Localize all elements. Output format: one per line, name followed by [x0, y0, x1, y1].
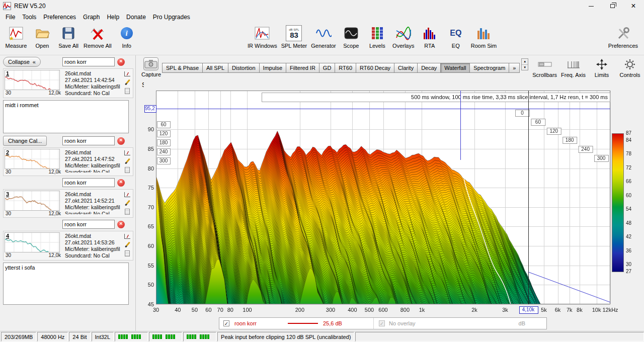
overlays-button[interactable]: Overlays [390, 24, 417, 49]
measurement-soundcard: Soundcard: No Cal [65, 252, 122, 259]
spin-down-icon[interactable] [522, 65, 528, 70]
restore-button[interactable] [602, 0, 623, 12]
format-status: Int32L [92, 332, 114, 341]
measurement-4-notes[interactable]: ytterst i sofa [3, 263, 129, 305]
tab-clarity[interactable]: Clarity [394, 63, 418, 73]
measurement-3-row[interactable]: 3 3012,0k 26okt.mdat 27.okt.2021 14:52:2… [3, 189, 133, 218]
notes-icon[interactable] [125, 250, 130, 256]
tab-decay[interactable]: Decay [418, 63, 441, 73]
measurement-4-thumbnail[interactable] [5, 232, 60, 252]
menu-pro-upgrades[interactable]: Pro Upgrades [149, 13, 194, 22]
info-button[interactable]: i Info [114, 24, 140, 49]
trace-settings-icon[interactable] [124, 192, 130, 197]
measurement-number: 4 [6, 233, 9, 239]
eq-button[interactable]: EQ EQ [443, 24, 469, 49]
rta-button[interactable]: RTA [417, 24, 443, 49]
menu-help[interactable]: Help [103, 13, 123, 22]
measurement-4-name-input[interactable] [62, 220, 115, 229]
window-title: REW V5.20 [14, 3, 46, 10]
trace-name[interactable]: roon korr [234, 320, 283, 326]
scrollbars-button[interactable]: Scrollbars [532, 57, 557, 78]
collapse-button[interactable]: Collapse« [3, 57, 41, 67]
measurement-2-row[interactable]: 2 3012,0k 26okt.mdat 27.okt.2021 14:47:5… [3, 147, 133, 176]
measurement-4-row[interactable]: 4 3012,0k 26okt.mdat 27.okt.2021 14:53:2… [3, 231, 133, 261]
tab-filtered-ir[interactable]: Filtered IR [286, 63, 319, 73]
measurement-1-remove-button[interactable] [117, 58, 125, 66]
close-button[interactable] [623, 0, 644, 12]
overlays-icon [395, 24, 412, 43]
spl-meter-button[interactable]: dB SPL 83 SPL Meter [279, 24, 309, 49]
tab-gd[interactable]: GD [319, 63, 336, 73]
measure-button[interactable]: Measure [3, 24, 29, 49]
measurement-1-notes[interactable]: midt i rommet [3, 100, 129, 133]
tab-rt60-decay[interactable]: RT60 Decay [356, 63, 394, 73]
scrollbars-icon [538, 57, 552, 72]
tab-impulse[interactable]: Impulse [260, 63, 287, 73]
freq-axis-icon [567, 57, 580, 72]
range-min: 30 [6, 90, 11, 96]
trace-settings-icon[interactable] [124, 71, 130, 76]
notes-icon[interactable] [125, 209, 130, 215]
trace-settings-icon[interactable] [124, 234, 130, 239]
edit-icon[interactable] [125, 158, 130, 164]
edit-icon[interactable] [125, 79, 130, 86]
slice-spinner[interactable] [521, 58, 528, 70]
edit-icon[interactable] [125, 200, 130, 206]
notes-icon[interactable] [125, 88, 130, 94]
measurement-2-remove-button[interactable] [117, 137, 125, 145]
measurement-3-name-input[interactable] [62, 178, 115, 187]
main-toolbar: Measure Open Save All Remove All i Info … [0, 22, 644, 55]
open-button[interactable]: Open [29, 24, 55, 49]
save-icon [61, 24, 76, 43]
menu-graph[interactable]: Graph [79, 13, 103, 22]
window-titlebar: REW V5.20 [0, 0, 644, 12]
tab-spl-phase[interactable]: SPL & Phase [162, 63, 203, 73]
measurement-1-thumbnail[interactable] [5, 70, 60, 90]
remove-all-button[interactable]: Remove All [82, 24, 114, 49]
preferences-button[interactable]: Preferences [606, 24, 640, 49]
capture-label: Capture [141, 71, 161, 77]
menu-preferences[interactable]: Preferences [40, 13, 79, 22]
controls-button[interactable]: Controls [618, 57, 642, 78]
measurement-3-remove-button[interactable] [117, 179, 125, 187]
tab-all-spl[interactable]: All SPL [203, 63, 228, 73]
measurement-1-name-input[interactable] [62, 57, 115, 66]
freq-axis-button[interactable]: Freq. Axis [561, 57, 586, 78]
minimize-button[interactable] [581, 0, 602, 12]
measurement-4-remove-button[interactable] [117, 221, 125, 228]
trace-settings-icon[interactable] [124, 150, 130, 155]
ir-windows-icon [254, 24, 270, 43]
peak-input-status: Peak input before clipping 120 dB SPL (u… [217, 332, 354, 341]
ir-windows-button[interactable]: IR Windows [246, 24, 279, 49]
save-all-button[interactable]: Save All [55, 24, 82, 49]
menu-tools[interactable]: Tools [19, 13, 40, 22]
camera-icon [144, 59, 157, 69]
levels-button[interactable]: Levels [364, 24, 390, 49]
tab-rt60[interactable]: RT60 [335, 63, 356, 73]
input-level-meter [183, 332, 216, 341]
memory-status: 203/269MB [1, 332, 36, 341]
menu-donate[interactable]: Donate [123, 13, 149, 22]
overlay-checkbox[interactable]: ✓ [379, 320, 385, 326]
measurement-1-row[interactable]: 1 3012,0k 26okt.mdat 27.okt.2021 14:42:5… [3, 68, 133, 98]
tab-spectrogram[interactable]: Spectrogram [470, 63, 509, 73]
scope-button[interactable]: Scope [338, 24, 364, 49]
tab-distortion[interactable]: Distortion [228, 63, 259, 73]
notes-icon[interactable] [125, 167, 130, 173]
measurement-2-thumbnail[interactable] [5, 149, 60, 169]
menu-file[interactable]: File [2, 13, 19, 22]
spin-up-icon[interactable] [522, 59, 528, 65]
change-cal-button[interactable]: Change Cal... [3, 136, 47, 146]
edit-icon[interactable] [125, 242, 130, 248]
measurement-3-thumbnail[interactable] [5, 191, 60, 211]
limits-button[interactable]: Limits [590, 57, 614, 78]
waterfall-plot[interactable] [144, 79, 644, 318]
measurement-2-name-input[interactable] [62, 136, 115, 145]
tab-more[interactable]: » [509, 63, 520, 73]
trace-checkbox[interactable]: ✓ [223, 320, 229, 326]
trace-value: 25,6 dB [323, 320, 342, 326]
tab-waterfall[interactable]: Waterfall [441, 63, 470, 73]
capture-button[interactable] [143, 57, 158, 70]
room-sim-button[interactable]: Room Sim [469, 24, 499, 49]
generator-button[interactable]: Generator [309, 24, 338, 49]
